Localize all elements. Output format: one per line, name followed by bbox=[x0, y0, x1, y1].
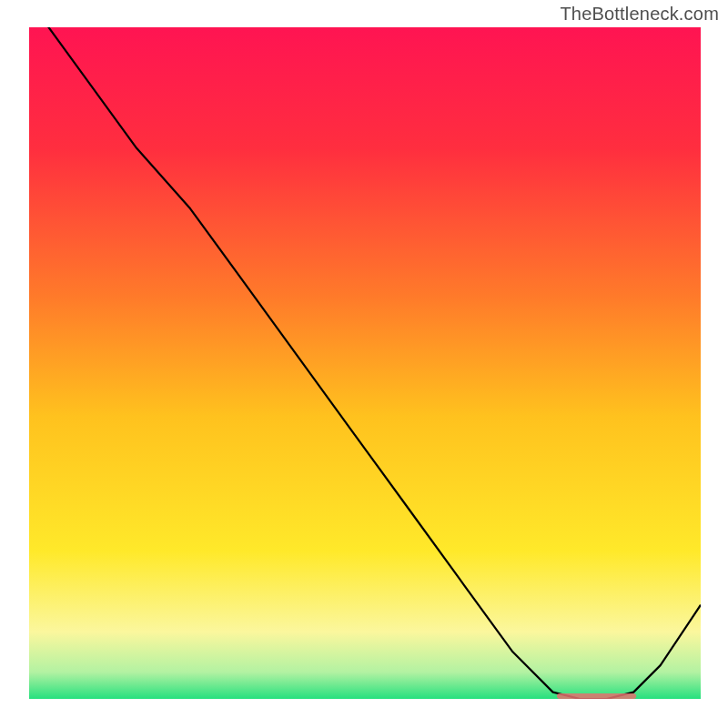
chart-container: TheBottleneck.com bbox=[0, 0, 728, 728]
watermark-text: TheBottleneck.com bbox=[560, 4, 719, 25]
bottleneck-chart bbox=[0, 0, 728, 728]
plot-area bbox=[29, 1, 701, 700]
svg-rect-1 bbox=[29, 27, 701, 699]
